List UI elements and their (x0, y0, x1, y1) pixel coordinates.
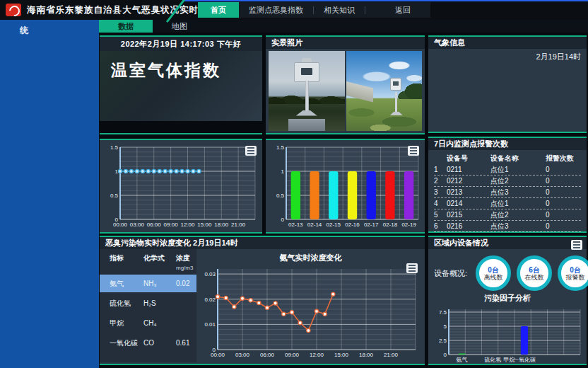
monitor-device-pole (395, 92, 397, 113)
svg-text:09:00: 09:00 (285, 352, 300, 358)
alarm-label: 报警数 (566, 274, 585, 281)
greenhouse-index-headline: 温室气体指数 (100, 51, 262, 121)
svg-text:15:00: 15:00 (334, 352, 349, 358)
online-count: 6台 (529, 266, 540, 274)
alarm-table-row: 20212点位20 (434, 176, 581, 187)
online-label: 在线数 (525, 274, 544, 281)
weather-timestamp: 2月19日14时 (536, 52, 581, 62)
alarm-table: 设备号 设备名称 报警次数 10211点位1020212点位2030213点位3… (428, 150, 587, 232)
svg-text:00:00: 00:00 (113, 222, 128, 228)
monitor-device-base (296, 110, 317, 116)
svg-text:02-16: 02-16 (345, 222, 360, 228)
nav-item-back[interactable]: 返回 (385, 2, 426, 18)
monitor-device-pedestal (288, 119, 325, 131)
pollutant-row-CH₄[interactable]: 甲烷CH₄ (100, 314, 196, 332)
pollution-factor-bar-chart: 02.557.5氨气硫化氢甲烷一氧化碳 (430, 305, 584, 364)
main-nav: 首页 监测点恶臭指数 相关知识 返回 (198, 2, 430, 18)
monitor-device-box (294, 62, 319, 82)
svg-text:氨气: 氨气 (457, 357, 468, 363)
svg-text:21:00: 21:00 (384, 352, 399, 358)
chart-menu-icon[interactable] (406, 263, 418, 273)
weather-panel: 气象信息 2月19日14时 (428, 35, 587, 133)
ammonia-chart-area: 氨气实时浓度变化 00.010.020.0300:0003:0006:0009:… (196, 249, 425, 362)
daily-index-chart-panel: 00.511.502-1302-1402-1502-1602-1702-1802… (266, 139, 425, 234)
alarm-table-header: 设备号 设备名称 报警次数 (434, 153, 581, 164)
svg-text:02-18: 02-18 (383, 222, 398, 228)
pollutant-col-indicator: 指标 (110, 253, 143, 271)
left-sidebar: 统 (0, 20, 99, 368)
alarm-panel-title: 7日内监测点报警次数 (428, 138, 587, 150)
pollutant-row-NH₃[interactable]: 氨气NH₃0.02 (100, 275, 196, 292)
svg-text:0.5: 0.5 (110, 192, 119, 199)
alarm-table-row: 50215点位20 (434, 209, 581, 221)
alarm-count-badge: 0台 报警数 (558, 255, 588, 291)
dashboard-app: 海南省乐东黎族自治县大气恶臭状况实时发布系 首页 监测点恶臭指数 相关知识 返回… (0, 0, 588, 368)
offline-count-badge: 0台 离线数 (476, 255, 511, 291)
nav-item-knowledge[interactable]: 相关知识 (314, 2, 365, 18)
datetime-bar: 2022年2月19日 14:17:03 下午好 (100, 37, 262, 51)
photos-panel-title: 实景照片 (266, 37, 425, 49)
svg-text:12:00: 12:00 (310, 352, 324, 358)
pollutant-concentration-panel: 恶臭污染物实时浓度变化 2月19日14时 指标 化学式 浓度 mg/m3 氨气N… (100, 236, 425, 365)
pollutant-table-header: 指标 化学式 浓度 mg/m3 (100, 253, 196, 272)
svg-text:06:00: 06:00 (260, 352, 275, 358)
nav-item-odor-index[interactable]: 监测点恶臭指数 (239, 2, 313, 18)
chart-menu-icon[interactable] (245, 146, 257, 156)
svg-text:02-13: 02-13 (288, 222, 303, 228)
svg-text:18:00: 18:00 (359, 352, 374, 358)
svg-text:12:00: 12:00 (180, 222, 195, 228)
header-blue-line (182, 0, 588, 1)
offline-count: 0台 (488, 266, 499, 274)
chart-menu-icon[interactable] (408, 146, 419, 156)
svg-text:硫化氢: 硫化氢 (484, 357, 501, 363)
tab-data[interactable]: 数据 (99, 20, 153, 33)
top-header: 海南省乐东黎族自治县大气恶臭状况实时发布系 首页 监测点恶臭指数 相关知识 返回 (0, 0, 588, 20)
alarm-table-row: 40214点位10 (434, 198, 581, 209)
online-count-badge: 6台 在线数 (517, 255, 552, 291)
pollutant-row-H₂S[interactable]: 硫化氢H₂S (100, 294, 196, 312)
alarm-table-row: 60216点位30 (434, 221, 581, 232)
view-tabbar: 数据 地图 (99, 20, 588, 33)
factor-analysis-title: 污染因子分析 (428, 293, 587, 304)
device-overview-label: 设备概况: (434, 268, 467, 279)
svg-text:0.01: 0.01 (204, 321, 216, 328)
svg-text:03:00: 03:00 (130, 222, 145, 228)
svg-text:02-15: 02-15 (327, 222, 341, 228)
alarm-count: 0台 (570, 266, 581, 274)
svg-text:1.5: 1.5 (110, 144, 119, 151)
svg-text:18:00: 18:00 (214, 222, 229, 228)
hourly-index-line-chart: 00.511.500:0003:0006:0009:0012:0015:0018… (102, 143, 259, 229)
nav-separator (365, 6, 365, 14)
overview-panel: 2022年2月19日 14:17:03 下午好 温室气体指数 (100, 35, 262, 134)
svg-text:0.03: 0.03 (204, 271, 216, 277)
chart-menu-icon[interactable] (571, 240, 582, 250)
pollutant-col-formula: 化学式 (143, 253, 176, 271)
svg-text:0.5: 0.5 (276, 192, 285, 199)
alarm-col-index (434, 153, 447, 164)
svg-text:00:00: 00:00 (211, 352, 225, 358)
pollutant-body: 指标 化学式 浓度 mg/m3 氨气NH₃0.02硫化氢H₂S甲烷CH₄一氧化碳… (100, 249, 425, 362)
pollutant-unit: mg/m3 (176, 265, 193, 271)
title-wrap-char: 统 (0, 20, 99, 37)
nav-item-home[interactable]: 首页 (198, 2, 239, 18)
photos-panel: 实景照片 (266, 35, 425, 134)
alarm-col-count: 报警次数 (546, 153, 581, 164)
region-devices-panel: 区域内设备情况 设备概况: 0台 离线数 6台 在线数 0台 报警数 污染因子分… (428, 236, 587, 365)
svg-text:03:00: 03:00 (235, 352, 250, 358)
headline-text: 温室气体指数 (111, 59, 251, 81)
alarm-table-row: 30213点位30 (434, 187, 581, 198)
tab-map[interactable]: 地图 (153, 20, 206, 33)
alarm-table-body: 10211点位1020212点位2030213点位3040214点位105021… (434, 164, 581, 232)
svg-text:02-17: 02-17 (364, 222, 379, 228)
svg-text:5: 5 (444, 323, 447, 330)
offline-label: 离线数 (484, 274, 503, 281)
ammonia-line-chart: 00.010.020.0300:0003:0006:0009:0012:0015… (199, 265, 420, 360)
svg-text:02-14: 02-14 (307, 222, 322, 228)
devices-panel-title: 区域内设备情况 (428, 237, 587, 249)
photo-grass (346, 100, 423, 131)
daily-index-bar-chart: 00.511.502-1302-1402-1502-1602-1702-1802… (268, 143, 423, 229)
svg-text:0: 0 (444, 352, 447, 358)
pollutant-row-CO[interactable]: 一氧化碳CO0.61 (100, 334, 196, 352)
pollutant-table: 指标 化学式 浓度 mg/m3 氨气NH₃0.02硫化氢H₂S甲烷CH₄一氧化碳… (100, 249, 196, 362)
svg-text:21:00: 21:00 (231, 222, 246, 228)
